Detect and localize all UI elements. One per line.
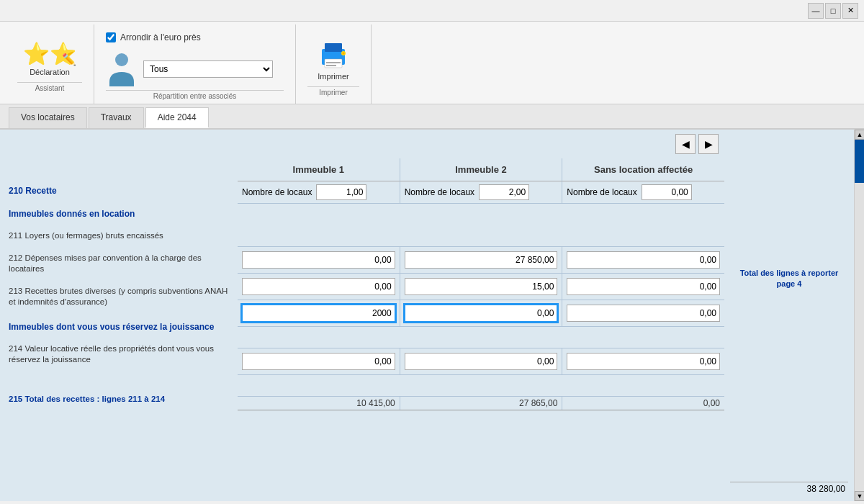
input-211-2[interactable] (405, 251, 558, 269)
total-215-2: 27 865,00 (400, 397, 562, 410)
input-214-2[interactable] (405, 353, 558, 370)
tabs-bar: Vos locataires Travaux Aide 2044 (0, 104, 864, 130)
declaration-button[interactable]: ⭐⭐ ✏️ Déclaration (17, 40, 82, 79)
printer-icon (316, 39, 351, 71)
section-jouissance: Immeubles dont vous vous réservez la jou… (9, 322, 229, 332)
svg-rect-5 (326, 65, 336, 66)
close-button[interactable]: ✕ (842, 3, 858, 19)
window-controls: — □ ✕ (808, 3, 858, 19)
svg-point-7 (343, 53, 345, 55)
cell-214-immeuble1 (238, 348, 400, 374)
arrondir-checkbox-row: Arrondir à l'euro près (106, 32, 201, 42)
total-215-3: 0,00 (562, 397, 724, 410)
ribbon: ⭐⭐ ✏️ Déclaration Assistant Arrondir à l… (0, 22, 864, 104)
cell-213-sans (562, 300, 724, 326)
input-211-3[interactable] (567, 251, 720, 269)
cell-212-immeuble1 (238, 274, 400, 300)
cell-213-immeuble1 (238, 300, 400, 326)
cell-211-sans (562, 247, 724, 273)
input-212-1[interactable] (242, 278, 395, 295)
row-212 (238, 274, 724, 300)
tab-travaux[interactable]: Travaux (89, 107, 144, 128)
section-immeuble-location: Immeubles donnés en location (9, 209, 229, 219)
person-dropdown[interactable]: Tous Locataire 1 Locataire 2 (143, 60, 273, 78)
title-bar: — □ ✕ (0, 0, 864, 22)
nombre-label-2: Nombre de locaux (405, 187, 474, 197)
row-215-partial: 10 415,00 27 865,00 0,00 (238, 397, 724, 410)
input-213-3[interactable] (567, 305, 720, 322)
declaration-label: Déclaration (30, 68, 70, 76)
imprimer-group-label: Imprimer (307, 86, 359, 98)
prev-button[interactable]: ◀ (675, 134, 696, 154)
right-total-panel: Total des lignes à reporter page 4 38 28… (724, 130, 854, 501)
input-211-1[interactable] (242, 251, 395, 269)
nav-arrows: ◀ ▶ (238, 130, 724, 158)
cell-212-immeuble2 (400, 274, 562, 300)
person-icon (106, 51, 138, 87)
header-immeuble2: Immeuble 2 (400, 158, 562, 181)
input-213-2[interactable] (405, 305, 558, 322)
cell-214-sans (562, 348, 724, 374)
person-select-group: Tous Locataire 1 Locataire 2 (106, 51, 273, 87)
row-211 (238, 247, 724, 274)
next-button[interactable]: ▶ (698, 134, 719, 154)
vertical-scrollbar[interactable]: ▲ ▼ (854, 130, 864, 501)
print-button[interactable]: Imprimer (307, 36, 359, 84)
cell-214-immeuble2 (400, 348, 562, 374)
maximize-button[interactable]: □ (825, 3, 841, 19)
header-sans-location: Sans location affectée (562, 158, 724, 181)
row-214 (238, 348, 724, 375)
svg-rect-2 (325, 43, 342, 52)
tab-aide2044[interactable]: Aide 2044 (145, 107, 209, 128)
svg-point-0 (115, 53, 128, 66)
input-nombre-locaux-1[interactable] (316, 184, 366, 200)
arrondir-label: Arrondir à l'euro près (120, 32, 201, 42)
input-212-3[interactable] (567, 278, 720, 295)
ribbon-declaration-section: ⭐⭐ ✏️ Déclaration Assistant (6, 24, 94, 104)
tab-locataires[interactable]: Vos locataires (9, 107, 87, 128)
nombre-label-3: Nombre de locaux (567, 187, 636, 197)
input-nombre-locaux-2[interactable] (479, 184, 529, 200)
nombre-locaux-row: Nombre de locaux Nombre de locaux Nombre… (238, 181, 724, 204)
input-nombre-locaux-3[interactable] (642, 184, 692, 200)
cell-212-sans (562, 274, 724, 300)
minimize-button[interactable]: — (808, 3, 824, 19)
scroll-up-button[interactable]: ▲ (855, 130, 864, 140)
assistant-group-label: Assistant (17, 82, 82, 94)
declaration-icon: ⭐⭐ ✏️ (23, 43, 76, 65)
scroll-thumb[interactable] (855, 140, 864, 183)
section-210-title: 210 Recette (9, 186, 229, 196)
svg-rect-4 (326, 62, 341, 63)
total-right-value: 38 280,00 (730, 482, 848, 495)
cell-211-immeuble2 (400, 247, 562, 273)
person-avatar (108, 52, 135, 86)
row-213 (238, 300, 724, 327)
label-213: 213 Recettes brutes diverses (y compris … (9, 286, 229, 307)
input-213-1[interactable] (242, 305, 395, 322)
data-area: ◀ ▶ Immeuble 1 Immeuble 2 Sans location … (238, 130, 724, 501)
label-214: 214 Valeur locative réelle des propriété… (9, 343, 229, 365)
arrondir-checkbox[interactable] (106, 32, 116, 42)
label-211: 211 Loyers (ou fermages) bruts encaissés (9, 230, 229, 241)
header-immeuble1: Immeuble 1 (238, 158, 400, 181)
column-headers: Immeuble 1 Immeuble 2 Sans location affe… (238, 158, 724, 181)
nombre-locaux-sans: Nombre de locaux (562, 181, 724, 203)
total-label: Total des lignes à reporter page 4 (730, 265, 848, 293)
print-label: Imprimer (318, 72, 348, 81)
input-212-2[interactable] (405, 278, 558, 295)
ribbon-print-section: Imprimer Imprimer (296, 24, 372, 104)
main-content: 210 Recette Immeubles donnés en location… (0, 130, 864, 501)
spacer-section-titles (238, 204, 724, 247)
cell-213-immeuble2 (400, 300, 562, 326)
input-214-3[interactable] (567, 353, 720, 370)
ribbon-repartition-section: Arrondir à l'euro près Tous Locataire 1 … (94, 24, 296, 104)
cell-211-immeuble1 (238, 247, 400, 273)
input-214-1[interactable] (242, 353, 395, 370)
scroll-track[interactable] (855, 140, 864, 491)
label-212: 212 Dépenses mises par convention à la c… (9, 253, 229, 274)
nombre-label-1: Nombre de locaux (242, 187, 312, 197)
repartition-group-label: Répartition entre associés (106, 90, 284, 102)
scroll-down-button[interactable]: ▼ (855, 491, 864, 501)
total-215-1: 10 415,00 (238, 397, 400, 410)
nombre-locaux-immeuble1: Nombre de locaux (238, 181, 400, 203)
